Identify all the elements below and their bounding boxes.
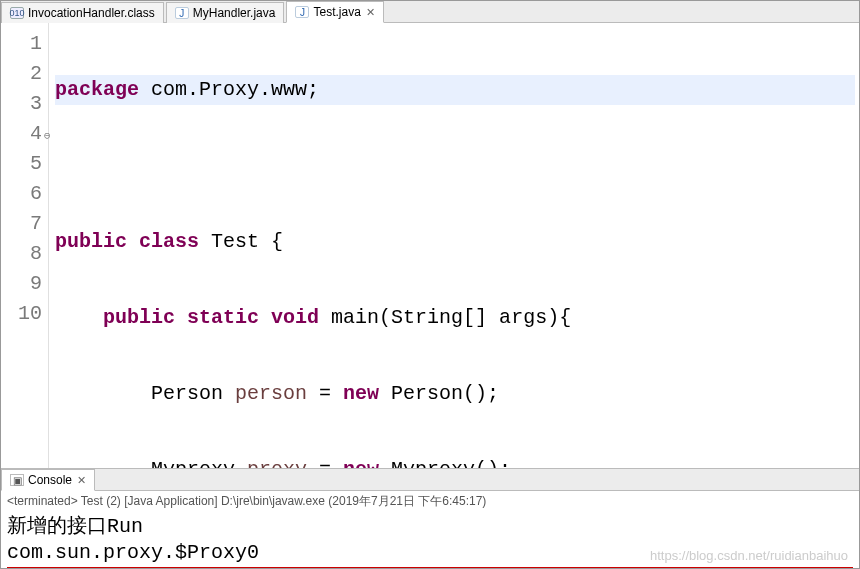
class-file-icon: 010 — [10, 7, 24, 19]
tab-label: InvocationHandler.class — [28, 6, 155, 20]
line-gutter: 1 2 3 4 5 6 7 8 9 10 — [1, 23, 49, 468]
console-status: <terminated> Test (2) [Java Application]… — [1, 491, 859, 512]
tab-test[interactable]: J Test.java ✕ — [286, 1, 383, 23]
java-file-icon: J — [295, 6, 309, 18]
code-area[interactable]: package com.Proxy.www; public class Test… — [49, 23, 859, 468]
code-line: Person person = new Person(); — [55, 379, 855, 409]
line-number: 10 — [5, 299, 42, 329]
line-number: 7 — [5, 209, 42, 239]
editor-tab-bar: 010 InvocationHandler.class J MyHandler.… — [1, 1, 859, 23]
line-number: 3 — [5, 89, 42, 119]
line-number: 5 — [5, 149, 42, 179]
code-editor[interactable]: 1 2 3 4 5 6 7 8 9 10 package com.Proxy.w… — [1, 23, 859, 469]
line-number: 4 — [5, 119, 42, 149]
code-line: package com.Proxy.www; — [55, 75, 855, 105]
code-line — [55, 151, 855, 181]
line-number: 9 — [5, 269, 42, 299]
tab-label: MyHandler.java — [193, 6, 276, 20]
close-icon[interactable]: ✕ — [366, 6, 375, 19]
tab-label: Test.java — [313, 5, 360, 19]
tab-console[interactable]: ▣ Console ✕ — [1, 469, 95, 491]
close-icon[interactable]: ✕ — [77, 474, 86, 487]
tab-label: Console — [28, 473, 72, 487]
line-number: 8 — [5, 239, 42, 269]
code-line: public class Test { — [55, 227, 855, 257]
console-tab-bar: ▣ Console ✕ — [1, 469, 859, 491]
code-line: public static void main(String[] args){ — [55, 303, 855, 333]
line-number: 6 — [5, 179, 42, 209]
line-number: 2 — [5, 59, 42, 89]
console-line: 新增的接口Run — [7, 514, 853, 540]
console-icon: ▣ — [10, 474, 24, 486]
watermark: https://blog.csdn.net/ruidianbaihuo — [650, 548, 848, 563]
java-file-icon: J — [175, 7, 189, 19]
code-line: Myproxy proxy = new Myproxy(); — [55, 455, 855, 469]
tab-myhandler[interactable]: J MyHandler.java — [166, 2, 285, 23]
tab-invocationhandler[interactable]: 010 InvocationHandler.class — [1, 2, 164, 23]
line-number: 1 — [5, 29, 42, 59]
